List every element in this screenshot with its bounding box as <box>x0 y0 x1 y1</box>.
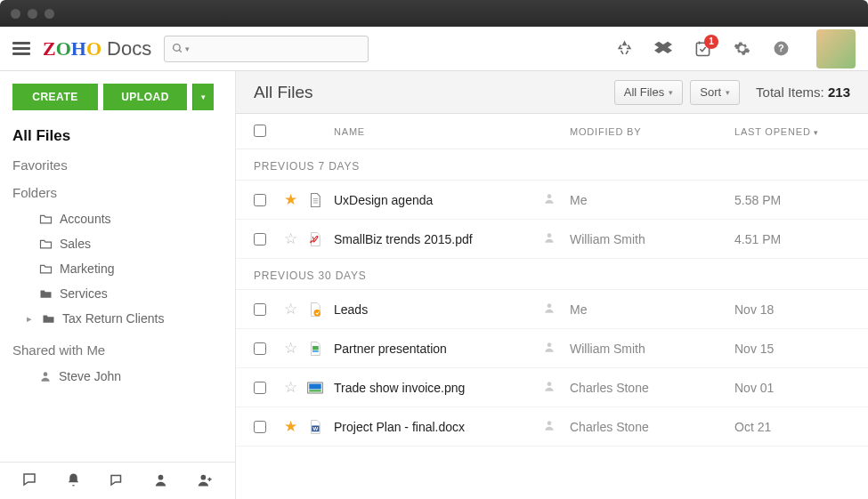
topbar: ZOHO Docs ▾ 1 ? <box>0 27 868 71</box>
filter-label: All Files <box>624 85 665 99</box>
star-icon[interactable]: ☆ <box>284 229 297 248</box>
svg-point-14 <box>548 342 552 347</box>
svg-point-5 <box>44 372 48 376</box>
file-type-icon: W <box>307 418 323 436</box>
search-input[interactable] <box>195 42 361 55</box>
window-dot-close[interactable] <box>11 9 20 19</box>
person-icon <box>39 370 52 382</box>
row-checkbox[interactable] <box>254 342 266 355</box>
window-dot-max[interactable] <box>45 9 54 19</box>
sort-dropdown[interactable]: Sort ▾ <box>690 80 740 105</box>
svg-rect-13 <box>312 350 319 352</box>
sidebar-item-all-files[interactable]: All Files <box>12 121 223 151</box>
section-label: PREVIOUS 7 DAYS <box>236 149 868 181</box>
star-icon[interactable]: ★ <box>284 190 297 209</box>
gear-icon[interactable] <box>733 40 750 58</box>
sidebar-folder-label: Tax Return Clients <box>62 311 164 326</box>
total-label: Total Items: <box>756 85 824 100</box>
search-box[interactable]: ▾ <box>164 36 369 62</box>
page-title: All Files <box>254 83 313 102</box>
shared-icon <box>543 231 570 246</box>
select-all-checkbox[interactable] <box>254 125 266 137</box>
folder-icon <box>39 288 53 299</box>
row-checkbox[interactable] <box>254 194 266 206</box>
logo[interactable]: ZOHO Docs <box>43 37 151 60</box>
file-row[interactable]: ★WProject Plan - final.docxCharles Stone… <box>236 407 868 447</box>
shared-icon <box>543 302 570 317</box>
svg-rect-16 <box>309 383 321 389</box>
main-header: All Files All Files ▾ Sort ▾ Total Items… <box>236 71 868 114</box>
sort-label: Sort <box>700 85 721 99</box>
file-type-icon <box>307 301 323 318</box>
sidebar-folder-services[interactable]: Services <box>12 281 223 306</box>
sidebar-shared-user[interactable]: Steve John <box>12 364 223 389</box>
search-icon <box>172 43 183 54</box>
file-row[interactable]: ☆Trade show invoice.pngCharles StoneNov … <box>236 368 868 407</box>
search-caret-icon[interactable]: ▾ <box>185 44 190 53</box>
create-button[interactable]: CREATE <box>12 84 98 110</box>
menu-icon[interactable] <box>12 42 30 55</box>
row-checkbox[interactable] <box>254 303 266 316</box>
star-icon[interactable]: ☆ <box>284 378 297 397</box>
contact-icon[interactable] <box>153 472 168 490</box>
last-opened: Nov 01 <box>734 381 850 395</box>
svg-point-9 <box>548 233 552 237</box>
file-type-icon <box>307 340 323 358</box>
upload-caret-button[interactable]: ▾ <box>192 84 214 110</box>
star-icon[interactable]: ☆ <box>284 339 297 358</box>
file-row[interactable]: ☆LeadsMeNov 18 <box>236 290 868 329</box>
last-opened: Nov 15 <box>734 342 850 356</box>
sidebar-item-shared[interactable]: Shared with Me <box>12 336 223 364</box>
sidebar-folder-label: Services <box>60 286 108 301</box>
file-row[interactable]: ☆Partner presentationWilliam SmithNov 15 <box>236 329 868 368</box>
last-opened: 5.58 PM <box>734 193 850 207</box>
recycle-icon[interactable] <box>615 40 633 58</box>
sidebar-folder-accounts[interactable]: Accounts <box>12 206 223 231</box>
add-contact-icon[interactable] <box>197 472 214 490</box>
logo-product: Docs <box>107 37 151 60</box>
file-type-icon <box>307 379 323 397</box>
file-row[interactable]: ☆SmallBiz trends 2015.pdfWilliam Smith4.… <box>236 220 868 259</box>
chat-icon[interactable] <box>21 471 37 490</box>
window-dot-min[interactable] <box>28 9 37 19</box>
modified-by: Charles Stone <box>570 381 734 395</box>
avatar[interactable] <box>816 29 856 68</box>
modified-by: William Smith <box>570 232 734 246</box>
filter-dropdown[interactable]: All Files ▾ <box>614 80 684 105</box>
star-icon[interactable]: ☆ <box>284 300 297 318</box>
col-last-opened[interactable]: LAST OPENED ▾ <box>734 126 850 137</box>
total-items: Total Items: 213 <box>756 85 850 100</box>
sidebar-folder-marketing[interactable]: Marketing <box>12 256 223 281</box>
col-modified[interactable]: MODIFIED BY <box>570 126 734 137</box>
star-icon[interactable]: ★ <box>284 417 297 436</box>
shared-icon <box>543 419 570 434</box>
svg-point-21 <box>548 421 552 425</box>
sidebar-folder-sales[interactable]: Sales <box>12 231 223 256</box>
sidebar-folder-label: Sales <box>60 237 91 251</box>
dropbox-icon[interactable] <box>654 40 672 58</box>
shared-icon <box>543 341 570 356</box>
bell-icon[interactable] <box>66 472 81 490</box>
svg-point-10 <box>314 310 321 317</box>
svg-point-0 <box>174 44 181 52</box>
notification-badge: 1 <box>704 35 718 49</box>
sidebar-shared-label: Steve John <box>59 369 121 383</box>
help-icon[interactable]: ? <box>772 40 790 58</box>
last-opened: Nov 18 <box>734 302 850 317</box>
col-name[interactable]: NAME <box>284 126 570 137</box>
row-checkbox[interactable] <box>254 421 266 433</box>
svg-text:W: W <box>313 425 319 431</box>
file-row[interactable]: ★UxDesign agendaMe5.58 PM <box>236 181 868 220</box>
main-panel: All Files All Files ▾ Sort ▾ Total Items… <box>236 71 868 499</box>
row-checkbox[interactable] <box>254 233 266 245</box>
tasks-icon[interactable]: 1 <box>694 40 711 58</box>
upload-button[interactable]: UPLOAD <box>103 84 187 110</box>
modified-by: William Smith <box>570 342 734 356</box>
sidebar-folder-tax[interactable]: Tax Return Clients <box>12 306 223 331</box>
sidebar-item-folders[interactable]: Folders <box>12 179 223 206</box>
file-name: Project Plan - final.docx <box>334 420 543 434</box>
chevron-down-icon: ▾ <box>726 88 730 97</box>
speech-icon[interactable] <box>109 471 125 490</box>
row-checkbox[interactable] <box>254 382 266 394</box>
sidebar-item-favorites[interactable]: Favorites <box>12 151 223 179</box>
